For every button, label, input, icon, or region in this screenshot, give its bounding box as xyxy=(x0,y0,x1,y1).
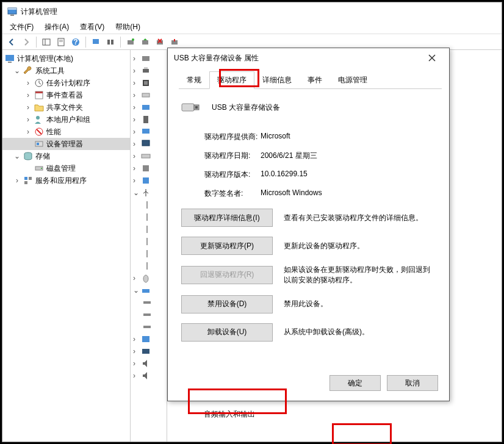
device-category[interactable]: › xyxy=(133,345,164,357)
hid-icon xyxy=(140,54,151,63)
tree-root[interactable]: 计算机管理(本地) xyxy=(2,52,130,65)
device-category[interactable]: › xyxy=(133,357,164,370)
device-item[interactable] xyxy=(133,211,164,223)
expander-open-icon[interactable]: ⌄ xyxy=(13,67,21,74)
device-item[interactable] xyxy=(133,296,164,309)
device-category[interactable]: › xyxy=(133,333,164,345)
tab-general[interactable]: 常规 xyxy=(179,71,209,89)
tab-events[interactable]: 事件 xyxy=(300,71,330,89)
back-button[interactable] xyxy=(5,35,18,49)
device-item[interactable] xyxy=(133,235,164,248)
device-category[interactable]: › xyxy=(133,150,164,162)
device-category[interactable]: › xyxy=(133,138,164,150)
scan-hardware-button[interactable] xyxy=(124,35,137,49)
window-title: 计算机管理 xyxy=(21,7,57,17)
device-category[interactable]: › xyxy=(133,162,164,174)
device-item[interactable] xyxy=(133,260,164,272)
device-category[interactable]: › xyxy=(133,101,164,113)
uninstall-device-button[interactable] xyxy=(153,35,167,49)
device-item[interactable] xyxy=(133,248,164,260)
driver-details-button[interactable]: 驱动程序详细信息(I) xyxy=(181,209,273,227)
help-button[interactable]: ? xyxy=(69,35,82,49)
tree-performance[interactable]: › 性能 xyxy=(2,126,130,138)
tree-services-apps[interactable]: › 服务和应用程序 xyxy=(2,174,130,187)
svg-rect-2 xyxy=(10,15,14,16)
device-item[interactable] xyxy=(133,223,164,235)
usb-icon xyxy=(142,212,153,222)
tab-driver[interactable]: 驱动程序 xyxy=(209,71,254,89)
expander-closed-icon[interactable]: › xyxy=(24,91,32,99)
usb-icon xyxy=(142,224,153,234)
disable-device-button[interactable] xyxy=(168,35,181,49)
info-version: 驱动程序版本:10.0.16299.15 xyxy=(181,170,436,180)
forward-button[interactable] xyxy=(20,35,33,49)
menu-view[interactable]: 查看(V) xyxy=(75,21,109,34)
navigation-tree[interactable]: 计算机管理(本地) ⌄ 系统工具 › 任务计划程序 › 事件查看器 › 共享文件… xyxy=(2,50,131,442)
tree-disk-management[interactable]: › 磁盘管理 xyxy=(2,162,130,174)
menu-action[interactable]: 操作(A) xyxy=(40,21,74,34)
ok-button[interactable]: 确定 xyxy=(329,375,381,391)
cancel-button[interactable]: 取消 xyxy=(387,375,438,391)
disable-device-desc: 禁用此设备。 xyxy=(284,299,436,309)
svg-rect-36 xyxy=(144,67,148,69)
update-driver-button[interactable]: 更新驱动程序(P) xyxy=(181,237,273,255)
device-category[interactable]: › xyxy=(133,113,164,126)
net-adapter-icon xyxy=(142,322,153,332)
audio-io-icon xyxy=(140,371,151,381)
tree-event-viewer[interactable]: › 事件查看器 xyxy=(2,89,130,101)
usb-storage-icon xyxy=(181,100,201,115)
device-item[interactable] xyxy=(133,199,164,211)
properties-button[interactable] xyxy=(54,35,68,49)
device-category[interactable]: ⌄ xyxy=(133,187,164,199)
expander-open-icon[interactable]: ⌄ xyxy=(13,152,21,160)
devices-by-type-button[interactable] xyxy=(89,35,103,49)
audio-category-label[interactable]: 音频输入和输出 xyxy=(204,409,255,420)
svg-rect-52 xyxy=(142,336,149,342)
device-tree-column[interactable]: › › › › › › › › › › › ⌄ › ⌄ xyxy=(131,50,167,442)
tree-task-scheduler[interactable]: › 任务计划程序 xyxy=(2,77,130,89)
device-category[interactable]: › xyxy=(133,52,164,65)
tab-details[interactable]: 详细信息 xyxy=(254,71,300,89)
tree-shared-folders[interactable]: › 共享文件夹 xyxy=(2,101,130,113)
svg-rect-41 xyxy=(143,116,148,123)
device-category[interactable]: › xyxy=(133,126,164,138)
devices-by-connection-button[interactable] xyxy=(104,35,117,49)
tree-device-manager[interactable]: › 设备管理器 xyxy=(2,138,130,150)
storage-controller-icon xyxy=(140,102,151,112)
device-category[interactable]: › xyxy=(133,65,164,77)
disk-icon xyxy=(34,163,44,173)
update-driver-button[interactable] xyxy=(139,35,152,49)
expander-closed-icon[interactable]: › xyxy=(13,177,21,184)
disable-device-button[interactable]: 禁用设备(D) xyxy=(181,295,273,313)
hid-device-icon xyxy=(140,163,151,173)
device-category[interactable]: › xyxy=(133,272,164,284)
device-item[interactable] xyxy=(133,309,164,321)
network-icon xyxy=(140,285,151,295)
device-category[interactable]: › xyxy=(133,174,164,187)
uninstall-device-button[interactable]: 卸载设备(U) xyxy=(181,323,273,342)
event-log-icon xyxy=(34,90,44,100)
device-category[interactable]: › xyxy=(133,77,164,89)
port-icon xyxy=(140,115,151,124)
expander-closed-icon[interactable]: › xyxy=(24,79,32,87)
svg-rect-34 xyxy=(142,56,149,61)
tree-storage[interactable]: ⌄ 存储 xyxy=(2,150,130,162)
menu-help[interactable]: 帮助(H) xyxy=(110,21,145,34)
close-button[interactable] xyxy=(421,51,443,65)
svg-rect-46 xyxy=(143,177,149,184)
device-item[interactable] xyxy=(133,321,164,333)
device-category[interactable]: › xyxy=(133,370,164,382)
expander-closed-icon[interactable]: › xyxy=(24,128,32,135)
info-provider: 驱动程序提供商:Microsoft xyxy=(181,132,436,142)
expander-closed-icon[interactable]: › xyxy=(24,104,32,111)
device-category[interactable]: › xyxy=(133,89,164,101)
device-category[interactable]: ⌄ xyxy=(133,284,164,296)
tree-local-users[interactable]: › 本地用户和组 xyxy=(2,113,130,126)
menu-file[interactable]: 文件(F) xyxy=(5,21,38,34)
expander-closed-icon[interactable]: › xyxy=(24,116,32,123)
tree-system-tools[interactable]: ⌄ 系统工具 xyxy=(2,65,130,77)
tab-power[interactable]: 电源管理 xyxy=(330,71,375,89)
storage-icon xyxy=(23,151,33,161)
show-hide-tree-button[interactable] xyxy=(40,35,53,49)
close-icon xyxy=(428,54,436,62)
